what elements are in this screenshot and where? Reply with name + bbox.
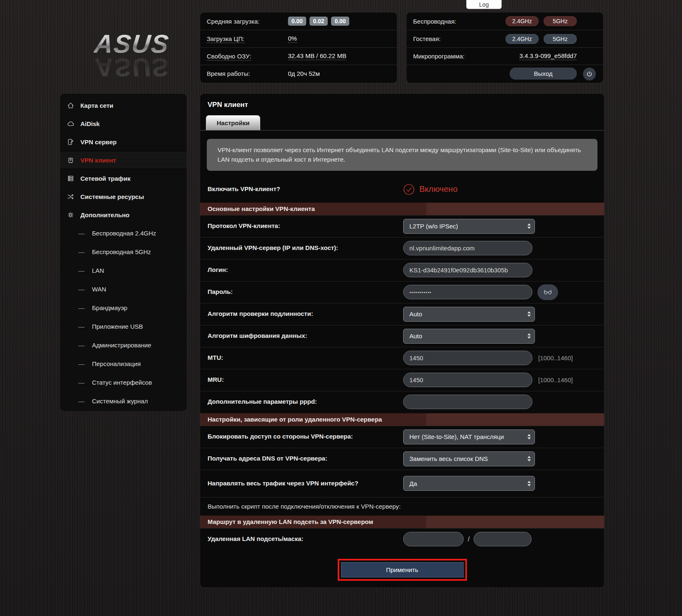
sidebar-subitem-lan[interactable]: —LAN — [60, 261, 187, 280]
dash-icon: — — [78, 342, 85, 349]
up-down-arrows-icon — [527, 311, 531, 317]
reveal-password-button[interactable] — [537, 284, 558, 300]
tab-settings[interactable]: Настройки — [206, 115, 260, 130]
route-all-traffic-value: Да — [409, 480, 525, 487]
sidebar-subitem-wireless-24[interactable]: —Беспроводная 2.4GHz — [60, 224, 187, 243]
auth-algorithm-row: Алгоритм проверки подлинности: Auto — [200, 303, 604, 325]
section-basic-settings: Основные настройки VPN-клиента — [200, 202, 604, 215]
auth-algorithm-select[interactable]: Auto — [403, 307, 535, 322]
vpn-enabled-status: Включено — [419, 184, 457, 194]
dash-icon: — — [78, 267, 85, 274]
remote-lan-mask-input[interactable] — [474, 532, 532, 546]
dns-from-server-value: Заменить весь список DNS — [409, 455, 525, 462]
remote-lan-row: Удаленная LAN подсеть/маска: / — [200, 528, 604, 550]
vpn-enabled-toggle[interactable]: Включено — [403, 184, 457, 195]
pppd-options-row: Дополнительные параметры pppd: — [200, 391, 604, 413]
check-circle-icon — [403, 184, 415, 195]
mru-label: MRU: — [208, 376, 403, 384]
power-button[interactable] — [583, 68, 596, 80]
mru-input[interactable] — [403, 373, 532, 387]
remote-lan-subnet-input[interactable] — [403, 532, 464, 546]
sidebar-item-label: Карта сети — [80, 102, 114, 109]
login-row: Логин: — [200, 259, 604, 281]
glasses-icon — [543, 289, 552, 295]
sidebar-subitem-label: Приложение USB — [92, 323, 143, 330]
sidebar-item-advanced[interactable]: Дополнительно — [60, 206, 187, 224]
sidebar-subitem-administration[interactable]: —Администрирование — [60, 336, 187, 354]
sidebar-subitem-system-log[interactable]: —Системный журнал — [60, 392, 187, 410]
block-access-label: Блокировать доступ со стороны VPN-сервер… — [208, 432, 403, 441]
block-access-row: Блокировать доступ со стороны VPN-сервер… — [200, 426, 604, 448]
power-icon — [586, 70, 593, 78]
sidebar-subitem-wireless-5[interactable]: —Беспроводная 5GHz — [60, 243, 187, 261]
dns-from-server-select[interactable]: Заменить весь список DNS — [403, 451, 535, 466]
tab-bar: Настройки — [200, 113, 604, 131]
up-down-arrows-icon — [527, 333, 531, 339]
mtu-input[interactable] — [403, 351, 532, 365]
sidebar-subitem-label: Администрирование — [92, 342, 151, 349]
cipher-algorithm-select[interactable]: Auto — [403, 329, 535, 344]
avg-load-badges: 0.00 0.02 0.00 — [288, 17, 349, 26]
wireless-24-badge[interactable]: 2.4GHz — [505, 16, 539, 26]
guest-24-badge[interactable]: 2.4GHz — [505, 34, 539, 44]
sidebar-item-label: VPN клиент — [80, 157, 116, 164]
sidebar-subitem-personalization[interactable]: —Персонализация — [60, 354, 187, 373]
auth-algorithm-value: Auto — [409, 310, 525, 318]
sidebar-item-vpn-server[interactable]: VPN сервер — [60, 133, 187, 151]
sidebar-subitem-wan[interactable]: —WAN — [60, 280, 187, 298]
sidebar-subitem-firewall[interactable]: —Брандмауэр — [60, 298, 187, 317]
sidebar-item-vpn-client[interactable]: VPN клиент — [60, 151, 187, 169]
sidebar-item-system-resources[interactable]: Системные ресурсы — [60, 187, 187, 206]
cpu-value: 0% — [288, 35, 297, 43]
sidebar-item-aidisk[interactable]: AiDisk — [60, 114, 187, 133]
sidebar-item-label: Системные ресурсы — [80, 193, 144, 200]
apply-button[interactable]: Применить — [341, 562, 464, 577]
protocol-select[interactable]: L2TP (w/o IPSec) — [403, 219, 535, 234]
post-connect-script-row: Выполнить скрипт после подключения/отклю… — [200, 497, 604, 515]
password-input[interactable] — [403, 285, 532, 299]
guest-5-badge[interactable]: 5GHz — [544, 34, 577, 44]
remote-lan-label: Удаленная LAN подсеть/маска: — [208, 535, 403, 543]
password-label: Пароль: — [208, 288, 403, 296]
log-button[interactable]: Log — [466, 0, 502, 9]
pppd-options-label: Дополнительные параметры pppd: — [208, 398, 403, 406]
up-down-arrows-icon — [527, 481, 531, 486]
guest-badges: 2.4GHz 5GHz — [505, 34, 577, 44]
uptime-value: 0д 20ч 52м — [288, 70, 320, 77]
logout-button[interactable]: Выход — [510, 68, 577, 80]
post-connect-script-label: Выполнить скрипт после подключения/отклю… — [208, 503, 401, 510]
login-input[interactable] — [403, 263, 532, 277]
dash-icon: — — [78, 379, 85, 386]
enable-vpn-label: Включить VPN-клиент? — [208, 185, 403, 193]
shuffle-icon — [67, 193, 75, 201]
sidebar-subitem-interface-status[interactable]: —Статус интерфейсов — [60, 373, 187, 392]
red-annotation-box: Применить — [338, 559, 467, 581]
load-badge-1: 0.00 — [288, 17, 306, 26]
block-access-select[interactable]: Нет (Site-to-Site), NAT трансляци — [403, 429, 535, 444]
sidebar-item-label: Дополнительно — [80, 211, 129, 218]
sidebar-item-network-traffic[interactable]: Сетевой трафик — [60, 169, 187, 187]
dash-icon: — — [78, 323, 85, 330]
route-all-traffic-select[interactable]: Да — [403, 476, 535, 491]
up-down-arrows-icon — [527, 456, 531, 461]
status-panel: Средняя загрузка: 0.00 0.02 0.00 Загрузк… — [200, 12, 397, 83]
server-input[interactable] — [403, 241, 532, 255]
router-admin-page: ASUS ASUS Log Средняя загрузка: 0.00 0.0… — [0, 0, 682, 616]
sidebar-subitem-usb-app[interactable]: —Приложение USB — [60, 317, 187, 336]
firmware-value[interactable]: 3.4.3.9-099_e58fdd7 — [520, 52, 577, 60]
mtu-label: MTU: — [208, 354, 403, 362]
wireless-5-badge[interactable]: 5GHz — [544, 16, 577, 26]
asus-logo: ASUS ASUS — [82, 29, 181, 82]
sidebar-subitem-label: Беспроводная 5GHz — [92, 248, 151, 255]
block-access-value: Нет (Site-to-Site), NAT трансляци — [409, 433, 525, 440]
protocol-row: Протокол VPN-клиента: L2TP (w/o IPSec) — [200, 215, 604, 237]
traffic-icon — [67, 175, 75, 182]
uptime-row: Время работы: 0д 20ч 52м — [200, 65, 397, 82]
page-title: VPN клиент — [200, 94, 604, 113]
avg-load-row: Средняя загрузка: 0.00 0.02 0.00 — [200, 12, 397, 30]
sidebar-item-network-map[interactable]: Карта сети — [60, 96, 187, 114]
pppd-options-input[interactable] — [403, 395, 532, 409]
radio-panel: Беспроводная: 2.4GHz 5GHz Гостевая: 2.4G… — [406, 12, 603, 83]
subnet-mask-separator: / — [468, 536, 469, 543]
password-row: Пароль: — [200, 281, 604, 303]
